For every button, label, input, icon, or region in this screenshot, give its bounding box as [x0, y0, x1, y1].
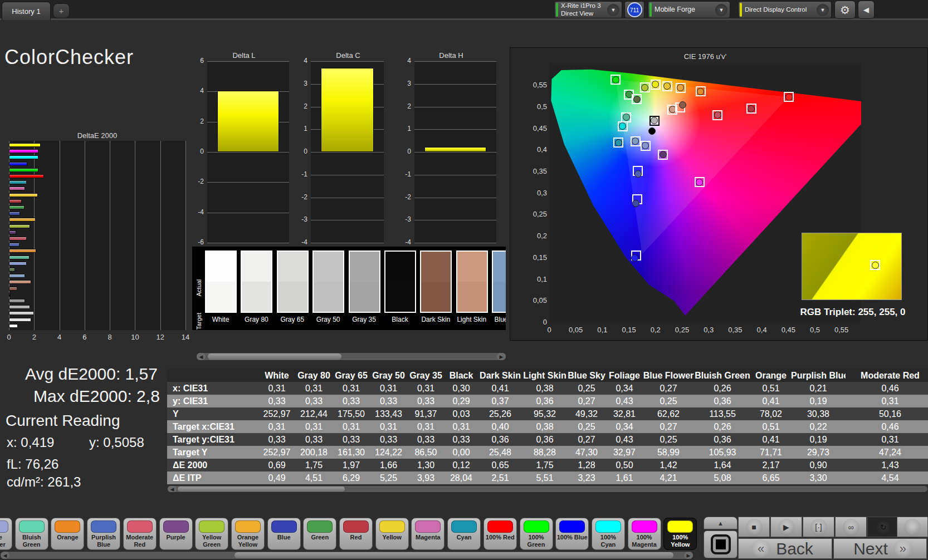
chevrons-right-icon: »: [893, 539, 912, 558]
pattern-button-purplish-blue[interactable]: Purplish Blue: [87, 518, 120, 550]
table-cell: 0,46: [846, 422, 928, 432]
gear-icon[interactable]: ⚙: [834, 1, 856, 19]
delta-chart-title: Delta L: [199, 51, 289, 60]
scroll-left-arrow[interactable]: ◀: [197, 353, 206, 360]
pattern-window-button[interactable]: [704, 530, 737, 558]
pattern-label: Bluish Green: [16, 534, 48, 548]
cie-x-tick: 0,05: [565, 326, 587, 334]
next-button[interactable]: Next»: [833, 538, 927, 559]
delta-y-tick: 4: [294, 57, 307, 65]
pattern-button-yellow-green[interactable]: Yellow Green: [195, 518, 228, 550]
table-cell: 86,50: [407, 448, 445, 458]
table-cell: 0,19: [791, 435, 846, 445]
add-tab-button[interactable]: +: [53, 3, 70, 18]
table-cell: 5,51: [522, 473, 567, 483]
scroll-left-arrow[interactable]: ◀: [168, 486, 177, 492]
meter-dropdown[interactable]: X-Rite i1Pro 3 Direct View ▼: [554, 1, 622, 18]
swatch-target: [385, 282, 415, 312]
pattern-button-red[interactable]: Red: [339, 518, 373, 550]
table-cell: 0,27: [567, 435, 606, 445]
scroll-right-arrow[interactable]: ▶: [684, 552, 693, 559]
pattern-swatch: [307, 520, 333, 533]
de2000-bar: [9, 299, 25, 303]
back-button[interactable]: «Back: [738, 538, 832, 559]
pattern-button-magenta[interactable]: Magenta: [411, 518, 445, 550]
de2000-bar: [9, 287, 17, 291]
table-cell: 58,99: [643, 448, 694, 458]
measurement-table: WhiteGray 80Gray 65Gray 50Gray 35BlackDa…: [167, 369, 928, 484]
delta-chart-delta-h: [414, 61, 496, 243]
de2000-bar: [9, 224, 30, 228]
swatch-label: Blue Sky: [488, 316, 506, 323]
pattern-window-button[interactable]: [·]: [803, 517, 834, 537]
table-cell: 0,40: [478, 422, 522, 432]
cie-y-tick: 0,25: [525, 210, 547, 218]
de2000-bar: [9, 180, 27, 184]
pattern-button-moderate-red[interactable]: Moderate Red: [123, 518, 157, 550]
scroll-thumb[interactable]: [178, 487, 345, 492]
scroll-thumb[interactable]: [208, 353, 341, 360]
meter-badge-button[interactable]: 711: [624, 1, 644, 18]
chevron-left-icon[interactable]: ◀: [858, 1, 875, 19]
expand-patterns-button[interactable]: ▲: [704, 517, 737, 529]
blank-button[interactable]: [897, 517, 928, 537]
refresh-button[interactable]: ↻: [867, 517, 899, 537]
swatch-target: [242, 282, 271, 312]
cie-y-tick: 0,35: [525, 167, 547, 175]
tab-history-1[interactable]: History 1: [2, 2, 51, 20]
table-scrollbar[interactable]: ◀: [167, 485, 928, 493]
pattern-button-purple[interactable]: Purple: [159, 518, 193, 550]
gridline: [85, 141, 85, 330]
pattern-button-yellow[interactable]: Yellow: [375, 518, 409, 550]
scroll-right-arrow[interactable]: ▶: [497, 353, 506, 360]
column-header: Foliage: [606, 371, 643, 381]
table-cell: 0,29: [445, 396, 478, 406]
table-cell: 49,32: [567, 409, 606, 419]
swatch-scrollbar[interactable]: ◀▶: [196, 352, 506, 361]
pattern-button-100-yellow[interactable]: 100% Yellow: [663, 518, 697, 550]
pattern-label: Purple: [166, 534, 185, 541]
table-cell: 0,27: [643, 384, 694, 394]
pattern-button-100-red[interactable]: 100% Red: [483, 518, 517, 550]
table-cell: 0,31: [295, 384, 333, 394]
pattern-button-orange-yellow[interactable]: Orange Yellow: [231, 518, 265, 550]
pattern-button-100-cyan[interactable]: 100% Cyan: [592, 518, 625, 550]
swatch-actual: [421, 252, 451, 282]
pattern-button-100-green[interactable]: 100% Green: [520, 518, 553, 550]
table-cell: 0,25: [567, 422, 606, 432]
pattern-button-100-magenta[interactable]: 100% Magenta: [628, 518, 661, 550]
pattern-button-blue[interactable]: Blue: [267, 518, 301, 550]
pattern-button-bluish-green[interactable]: Bluish Green: [15, 518, 48, 550]
table-cell: 1,43: [846, 460, 928, 470]
table-cell: 0,26: [694, 384, 751, 394]
swatch-label: Black: [380, 316, 419, 323]
cie-y-tick: 0,5: [525, 102, 547, 111]
table-cell: 0,19: [791, 396, 846, 406]
pattern-label: Yellow Green: [196, 534, 228, 548]
pattern-button-green[interactable]: Green: [303, 518, 336, 550]
scroll-thumb[interactable]: [235, 552, 673, 558]
table-row: Target y:CIE310,330,330,330,330,330,330,…: [167, 433, 928, 446]
scroll-left-arrow[interactable]: ◀: [1, 552, 9, 559]
pattern-button-orange[interactable]: Orange: [51, 518, 84, 550]
cie-plot: RGB Triplet: 255, 255, 0: [549, 63, 861, 322]
table-cell: 0,33: [258, 435, 295, 445]
play-button[interactable]: ▶: [770, 517, 802, 537]
pattern-button-cyan[interactable]: Cyan: [447, 518, 481, 550]
pattern-scrollbar[interactable]: ◀▶: [0, 551, 693, 559]
avg-de2000: Avg dE2000: 1,57: [25, 365, 158, 384]
de2000-bar: [9, 237, 27, 240]
stop-button[interactable]: ■: [738, 517, 770, 537]
loop-button[interactable]: ∞: [835, 517, 867, 537]
row-label: Target x:CIE31: [167, 422, 258, 432]
table-cell: 200,18: [295, 448, 333, 458]
pattern-button-100-blue[interactable]: 100% Blue: [555, 518, 589, 550]
table-cell: 0,31: [846, 435, 928, 445]
pattern-button-blue-flower[interactable]: Blue Flower: [0, 518, 12, 550]
workflow-dropdown[interactable]: Direct Display Control ▼: [738, 1, 832, 18]
source-dropdown[interactable]: Mobile Forge ▼: [648, 1, 730, 18]
table-cell: 47,24: [846, 448, 928, 458]
table-cell: 252,97: [258, 409, 295, 419]
delta-chart-delta-l: [207, 61, 289, 243]
pattern-label: Blue: [277, 534, 291, 541]
